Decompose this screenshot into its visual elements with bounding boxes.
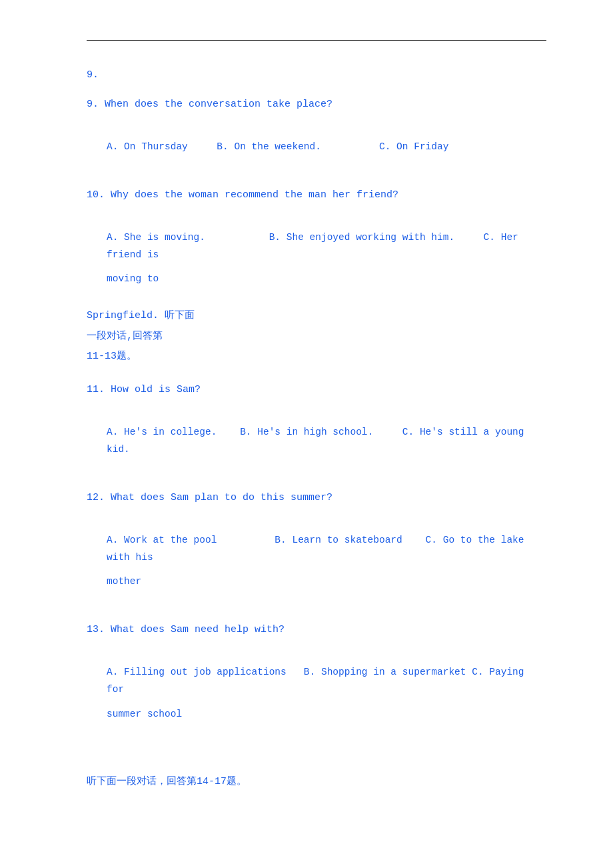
question-11-full: 11. How old is Sam? — [87, 382, 546, 398]
question-12-answers-line2: mother — [87, 573, 546, 590]
question-13-answers-line2: summer school — [87, 705, 546, 723]
page-container: 9. 9. When does the conversation take pl… — [0, 0, 613, 868]
top-divider — [87, 40, 546, 41]
question-10-full: 10. Why does the woman recommend the man… — [87, 187, 546, 203]
question-13-answers-line1: A. Filling out job applications B. Shopp… — [87, 663, 546, 698]
section-note-line3: 11-13题。 — [87, 348, 546, 365]
section-note-line2: 一段对话,回答第 — [87, 328, 546, 345]
section-note-line1: Springfield. 听下面 — [87, 307, 546, 325]
question-11-block: 11. How old is Sam? A. He's in college. … — [87, 382, 546, 458]
section-note-2: 听下面一段对话，回答第14-17题。 — [87, 773, 546, 791]
section-note-2-line1: 听下面一段对话，回答第14-17题。 — [87, 773, 546, 791]
question-9-answers: A. On Thursday B. On the weekend. C. On … — [87, 138, 546, 155]
question-12-block: 12. What does Sam plan to do this summer… — [87, 490, 546, 590]
question-9-text: 9. — [87, 67, 546, 83]
section-note-1: Springfield. 听下面 一段对话,回答第 11-13题。 — [87, 307, 546, 365]
question-13-full: 13. What does Sam need help with? — [87, 622, 546, 638]
question-10-answers-line1: A. She is moving. B. She enjoyed working… — [87, 229, 546, 263]
question-11-answers: A. He's in college. B. He's in high scho… — [87, 423, 546, 458]
question-10-block: 10. Why does the woman recommend the man… — [87, 187, 546, 287]
question-13-block: 13. What does Sam need help with? A. Fil… — [87, 622, 546, 722]
question-12-answers-line1: A. Work at the pool B. Learn to skateboa… — [87, 531, 546, 566]
question-10-answers-line2: moving to — [87, 270, 546, 287]
question-12-full: 12. What does Sam plan to do this summer… — [87, 490, 546, 506]
question-9-block: 9. 9. When does the conversation take pl… — [87, 67, 546, 155]
question-9-full: 9. When does the conversation take place… — [87, 97, 546, 113]
